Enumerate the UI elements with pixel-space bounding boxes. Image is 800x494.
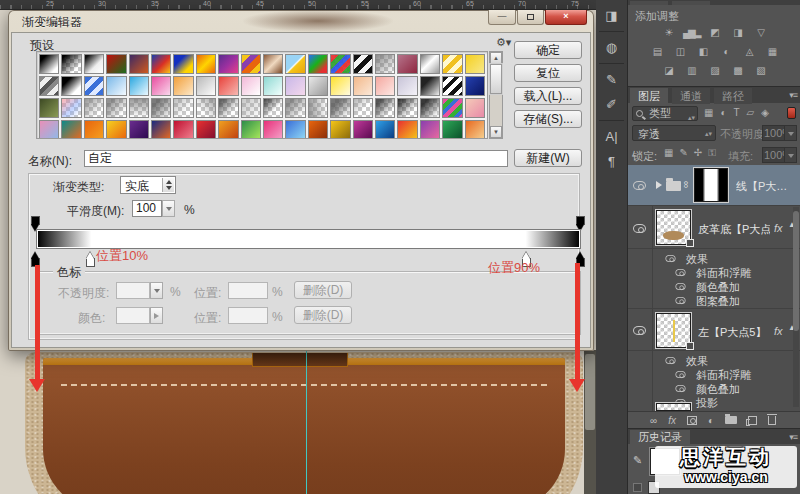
layer-row-group[interactable]: ∞ 线【P大… [628,165,800,206]
preset-swatch[interactable] [465,98,485,118]
panel-menu-icon[interactable]: ▾≡ [789,432,797,442]
preset-scrollbar[interactable]: ▲ ▼ [489,51,503,139]
preset-swatch[interactable] [375,98,395,118]
preset-swatch[interactable] [241,54,261,74]
effect-visibility[interactable] [674,383,687,395]
preset-swatch[interactable] [61,76,81,96]
layer-row[interactable]: 皮革底【P大点… fx ▲ [628,207,800,249]
visibility-toggle[interactable] [633,180,646,192]
close-button[interactable]: × [545,10,587,25]
lock-transparency-icon[interactable]: ▦ [664,147,673,159]
preset-swatch[interactable] [263,54,283,74]
dock-clone-source-icon[interactable]: ◍ [600,39,624,57]
preset-swatch[interactable] [84,98,104,118]
name-input[interactable]: 自定 [84,150,508,167]
tab-layers[interactable]: 图层 [630,88,668,104]
preset-swatch[interactable] [39,98,59,118]
posterize-icon[interactable]: ▥ [683,64,699,77]
preset-swatch[interactable] [397,76,417,96]
preset-swatch[interactable] [129,98,149,118]
preset-swatch[interactable] [218,120,238,139]
preset-swatch[interactable] [375,120,395,139]
preset-swatch[interactable] [196,76,216,96]
preset-menu-gear-icon[interactable]: ⚙▾ [496,36,511,49]
preset-swatch[interactable] [151,120,171,139]
canvas-scrollbar-thumb[interactable] [585,354,595,430]
preset-swatch[interactable] [241,120,261,139]
new-button[interactable]: 新建(W) [514,149,582,167]
effect-row[interactable]: 斜面和浮雕 [628,367,800,381]
opacity-stop[interactable] [31,216,40,225]
layer-thumbnail[interactable] [694,168,728,202]
preset-swatch[interactable] [353,98,373,118]
opacity-stop[interactable] [576,216,585,225]
preset-swatch[interactable] [241,76,261,96]
preset-swatch[interactable] [196,120,216,139]
preset-swatch[interactable] [330,54,350,74]
exposure-icon[interactable]: ◨ [729,26,745,39]
effect-visibility[interactable] [664,253,677,265]
preset-swatch[interactable] [330,98,350,118]
preset-swatch[interactable] [129,76,149,96]
preset-swatch[interactable] [420,76,440,96]
preset-swatch[interactable] [151,54,171,74]
preset-swatch[interactable] [397,98,417,118]
preset-swatch[interactable] [285,54,305,74]
brightness-contrast-icon[interactable]: ☀ [660,26,676,39]
layer-style-icon[interactable]: fx [668,415,676,426]
smoothness-input[interactable]: 100 [132,200,162,217]
maximize-button[interactable] [517,10,544,25]
history-source-checkbox[interactable] [633,483,642,492]
preset-swatch[interactable] [397,120,417,139]
dock-paragraph-icon[interactable]: ¶ [600,153,624,171]
preset-swatch[interactable] [263,120,283,139]
effect-row[interactable]: 投影 [628,395,800,409]
dialog-titlebar[interactable]: 渐变编辑器 — × [8,10,594,32]
tab-history[interactable]: 历史记录 [630,430,690,445]
new-adjustment-layer-icon[interactable]: ◐ [708,415,714,426]
tab-channels[interactable]: 通道 [672,88,710,104]
visibility-toggle[interactable] [633,223,646,235]
delete-layer-icon[interactable] [768,416,776,425]
effect-visibility[interactable] [674,295,687,307]
preset-swatch[interactable] [106,120,126,139]
dock-styles-icon[interactable]: ◨ [600,7,624,25]
guide-line[interactable] [306,350,307,494]
new-group-icon[interactable] [725,416,737,424]
levels-icon[interactable]: ▄▆▂ [683,26,699,39]
selective-color-icon[interactable]: ▧ [752,64,768,77]
preset-swatch[interactable] [61,54,81,74]
color-lookup-icon[interactable]: ▦ [764,45,780,58]
tab-paths[interactable]: 路径 [714,88,752,104]
scroll-thumb[interactable] [490,64,502,94]
color-stop[interactable] [86,258,95,267]
preset-swatch[interactable] [442,98,462,118]
preset-swatch[interactable] [173,98,193,118]
preset-swatch[interactable] [353,54,373,74]
filter-kind-dropdown[interactable]: 类型 ▴▾ [632,106,698,121]
preset-swatch[interactable] [106,54,126,74]
filter-shape-layers-icon[interactable]: ▱ [747,107,755,118]
preset-swatch[interactable] [106,98,126,118]
preset-swatch[interactable] [218,54,238,74]
effect-visibility[interactable] [664,355,677,367]
history-brush-icon[interactable]: ✎ [633,454,642,467]
effect-row[interactable]: 图案叠加 [628,293,800,307]
preset-swatch[interactable] [330,76,350,96]
reset-button[interactable]: 复位 [514,64,582,82]
layers-scrollbar[interactable] [793,207,799,407]
preset-swatch[interactable] [285,98,305,118]
gradient-preview-bar[interactable] [36,229,581,249]
preset-swatch[interactable] [39,76,59,96]
filter-adjustment-layers-icon[interactable]: ◐ [720,107,726,118]
preset-swatch[interactable] [218,98,238,118]
effects-row[interactable]: 效果 [628,353,800,367]
black-white-icon[interactable]: ◧ [695,45,711,58]
vibrance-icon[interactable]: ▽ [752,26,768,39]
smoothness-dropdown-arrow[interactable] [162,200,175,217]
lock-position-icon[interactable]: ✢ [694,147,702,159]
preset-swatch[interactable] [465,120,485,139]
preset-swatch[interactable] [420,120,440,139]
preset-swatch[interactable] [84,76,104,96]
minimize-button[interactable]: — [488,10,516,25]
